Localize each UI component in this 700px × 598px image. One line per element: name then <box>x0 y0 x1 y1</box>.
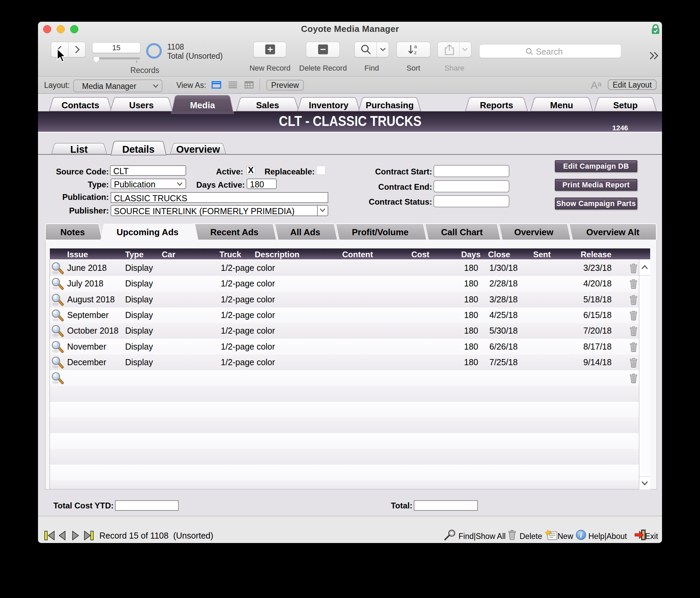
svg-text:Purchasing: Purchasing <box>366 100 414 110</box>
svg-text:Sales: Sales <box>256 100 279 110</box>
svg-text:Menu: Menu <box>550 100 573 110</box>
svg-text:Users: Users <box>129 100 154 110</box>
svg-text:Reports: Reports <box>480 100 513 110</box>
svg-text:Contacts: Contacts <box>61 100 99 110</box>
svg-text:Notes: Notes <box>60 227 85 237</box>
svg-text:Inventory: Inventory <box>309 100 349 110</box>
svg-text:Overview: Overview <box>176 144 220 155</box>
svg-text:Details: Details <box>122 144 154 155</box>
svg-text:Call Chart: Call Chart <box>441 227 483 237</box>
svg-text:Profit/Volume: Profit/Volume <box>352 227 408 237</box>
svg-text:Media: Media <box>190 100 215 110</box>
svg-text:i: i <box>580 531 582 539</box>
svg-text:Overview: Overview <box>514 227 553 237</box>
svg-text:Recent Ads: Recent Ads <box>210 227 258 237</box>
svg-text:z: z <box>414 50 417 55</box>
svg-text:Overview Alt: Overview Alt <box>586 227 640 237</box>
svg-text:All Ads: All Ads <box>290 227 320 237</box>
svg-text:List: List <box>70 144 88 155</box>
svg-text:a: a <box>414 44 417 49</box>
svg-text:Upcoming Ads: Upcoming Ads <box>117 227 178 237</box>
svg-text:Setup: Setup <box>613 100 638 110</box>
